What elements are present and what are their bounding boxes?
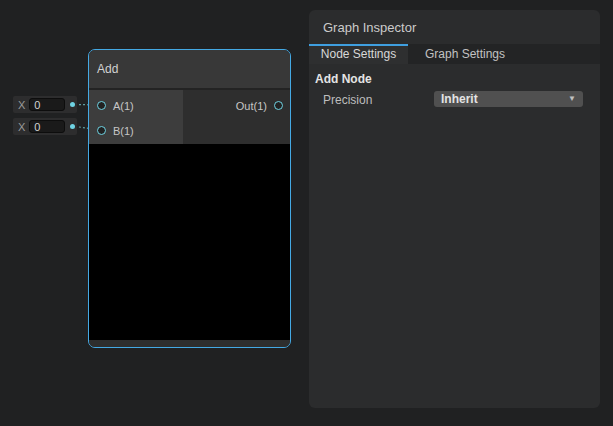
section-title: Add Node (315, 72, 600, 86)
input-port-a-icon[interactable] (97, 101, 106, 110)
axis-label-x: X (18, 99, 25, 111)
add-node[interactable]: Add A(1) B(1) Out(1) (88, 49, 291, 348)
input-ports-column: A(1) B(1) (89, 90, 183, 144)
widget-b-port-dot-icon[interactable] (70, 124, 75, 129)
node-preview (89, 144, 290, 340)
tab-graph-settings[interactable]: Graph Settings (408, 44, 519, 64)
input-port-b-icon[interactable] (97, 126, 106, 135)
tab-graph-settings-label: Graph Settings (425, 47, 505, 61)
port-b-value-widget: X (13, 118, 77, 135)
port-row-b: B(1) (89, 118, 183, 143)
output-port-label: Out(1) (236, 100, 267, 112)
tab-node-settings-label: Node Settings (321, 47, 396, 61)
precision-dropdown-value: Inherit (441, 92, 568, 106)
dropdown-arrow-icon: ▼ (568, 95, 576, 103)
port-a-value-widget: X (13, 96, 77, 113)
port-row-a: A(1) (89, 93, 183, 118)
precision-dropdown[interactable]: Inherit ▼ (434, 91, 583, 107)
node-settings-content: Add Node Precision Inherit ▼ (309, 72, 600, 107)
port-row-out: Out(1) (183, 93, 290, 118)
output-ports-column: Out(1) (183, 90, 290, 144)
input-port-a-label: A(1) (113, 100, 134, 112)
precision-field-row: Precision Inherit ▼ (309, 91, 600, 107)
axis-label-x: X (18, 121, 25, 133)
precision-label: Precision (323, 93, 372, 107)
panel-title-bar[interactable]: Graph Inspector (309, 10, 600, 44)
panel-title: Graph Inspector (323, 20, 416, 35)
node-header[interactable]: Add (89, 50, 290, 88)
node-preview-resize-area[interactable] (89, 340, 290, 347)
graph-inspector-panel: Graph Inspector Node Settings Graph Sett… (309, 10, 600, 408)
output-port-icon[interactable] (274, 101, 283, 110)
node-title: Add (97, 62, 118, 76)
tab-node-settings[interactable]: Node Settings (309, 44, 408, 64)
port-b-value-input[interactable] (29, 120, 65, 133)
shader-graph-canvas[interactable]: X X Add A(1) B(1) (0, 0, 613, 426)
port-a-value-input[interactable] (29, 98, 65, 111)
input-port-b-label: B(1) (113, 125, 134, 137)
node-port-area: A(1) B(1) Out(1) (89, 90, 290, 144)
widget-a-port-dot-icon[interactable] (70, 102, 75, 107)
inspector-tab-strip: Node Settings Graph Settings (309, 44, 600, 64)
